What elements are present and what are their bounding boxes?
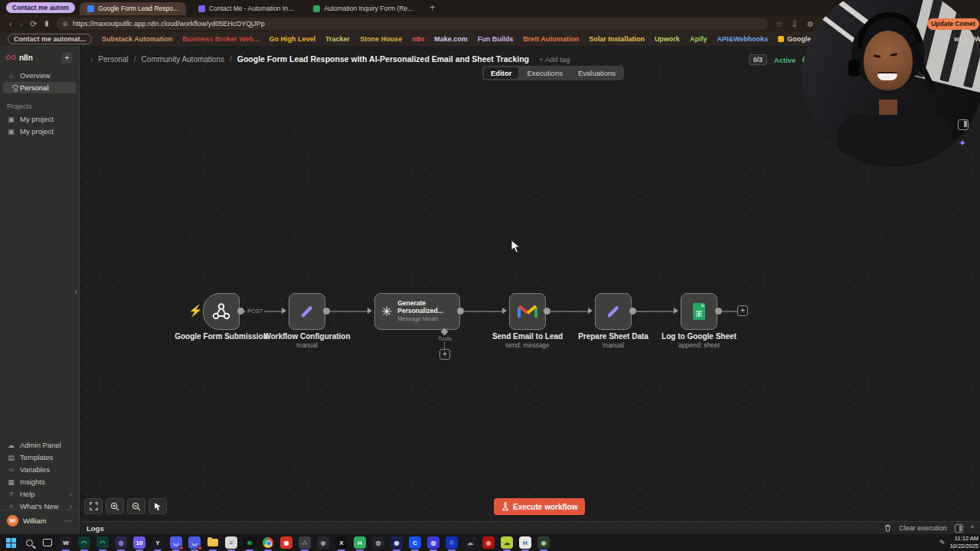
bookmark-item[interactable]: Brett Automation xyxy=(523,35,579,43)
forward-icon[interactable]: › xyxy=(20,20,23,28)
search-icon[interactable] xyxy=(23,536,35,549)
chrome[interactable] xyxy=(262,536,274,549)
breadcrumb-personal[interactable]: Personal xyxy=(98,55,128,64)
update-comet-button[interactable]: Update Comet xyxy=(927,18,979,30)
bookmark-item[interactable]: Go High Level xyxy=(270,35,316,43)
node-google-form-submission[interactable] xyxy=(203,293,240,330)
tab-group-pill[interactable]: Contact me autom xyxy=(6,2,75,13)
panel-toggle-icon[interactable] xyxy=(958,119,969,130)
bookmark-item[interactable]: Fun Builds xyxy=(478,35,514,43)
add-tag-button[interactable]: + Add tag xyxy=(539,55,570,64)
task-view-icon[interactable] xyxy=(41,536,54,549)
browser-tab-2[interactable]: Contact Me - Automation In... xyxy=(191,2,301,15)
output-connector[interactable] xyxy=(715,308,722,315)
sidebar-item-help[interactable]: ? Help › xyxy=(3,488,76,500)
app-dark-y[interactable]: Y xyxy=(152,536,164,549)
breadcrumb-folder[interactable]: Community Automations xyxy=(142,55,224,64)
node-prepare-sheet-data[interactable] xyxy=(595,293,632,330)
output-connector[interactable] xyxy=(457,308,464,315)
app-copyright[interactable]: © xyxy=(446,536,458,549)
app-teal-1[interactable]: ◠ xyxy=(78,536,90,549)
sidebar-item-project-1[interactable]: ▣ My project xyxy=(3,113,76,125)
back-chevron-icon[interactable]: ‹ xyxy=(90,55,93,64)
zoom-out-button[interactable] xyxy=(127,498,145,514)
output-connector[interactable] xyxy=(629,308,636,315)
app-blue-c[interactable]: C xyxy=(409,536,421,549)
add-node-button[interactable]: + xyxy=(737,305,748,316)
output-connector[interactable] xyxy=(544,308,550,315)
bookmark-item[interactable]: Contact me automat... xyxy=(8,34,92,44)
app-teal-2[interactable]: ◠ xyxy=(96,536,109,549)
system-clock[interactable]: ✎ 11:12 AM 10/22/2025 xyxy=(939,535,980,550)
app-green-h[interactable]: H xyxy=(354,536,366,549)
tab-executions[interactable]: Executions xyxy=(520,67,569,79)
clear-execution-button[interactable]: Clear execution xyxy=(899,524,947,532)
bookmark-item[interactable]: Business Broker Web... xyxy=(182,35,259,43)
doc-h[interactable]: H xyxy=(519,536,531,549)
open-logs-panel-icon[interactable] xyxy=(955,524,963,533)
app-green-sphere[interactable]: ◉ xyxy=(537,536,550,549)
file-explorer[interactable] xyxy=(207,536,219,549)
mic-icon[interactable] xyxy=(45,21,48,27)
spotify[interactable]: ≋ xyxy=(243,536,256,549)
bookmark-item[interactable]: API&Webhooks xyxy=(717,35,768,43)
bookmark-item[interactable]: Stone House xyxy=(360,35,402,43)
bookmark-item[interactable]: Upwork xyxy=(655,35,680,43)
tab-evaluations[interactable]: Evaluations xyxy=(571,67,622,79)
settings-sphere[interactable]: ◉ xyxy=(317,536,329,549)
node-generate-personalized[interactable]: ✳ Generate Personalized... Message Model xyxy=(374,293,460,330)
url-field[interactable]: ⊕ https://maxoutputllc.app.n8n.cloud/wor… xyxy=(56,18,768,30)
pointer-tool-button[interactable] xyxy=(149,498,167,514)
node-send-email-to-lead[interactable] xyxy=(509,293,546,330)
app-lime-cloud[interactable]: ☁ xyxy=(501,536,513,549)
sidebar-item-admin-panel[interactable]: ☁ Admin Panel xyxy=(3,439,76,451)
app-x[interactable]: X xyxy=(335,536,348,549)
add-tool-button[interactable]: + xyxy=(439,349,450,360)
bookmark-star-icon[interactable]: ☆ xyxy=(776,20,782,28)
app-red-dot[interactable]: ◉ xyxy=(482,536,495,549)
new-tab-button[interactable]: + xyxy=(425,2,439,13)
app-chat-1[interactable]: ◡ xyxy=(170,536,182,549)
reload-icon[interactable]: ⟳ xyxy=(30,20,37,28)
node-workflow-configuration[interactable] xyxy=(289,293,325,330)
ai-assistant-sparkle-icon[interactable]: ✦ xyxy=(959,138,966,148)
sidebar-item-personal[interactable]: Personal xyxy=(3,82,76,93)
sidebar-item-variables[interactable]: ‹› Variables xyxy=(3,464,76,475)
collapse-logs-icon[interactable]: ^ xyxy=(971,524,974,532)
app-purple-ring[interactable]: ◎ xyxy=(115,536,127,549)
app-red-chat[interactable]: ◉ xyxy=(280,536,292,549)
start-button[interactable] xyxy=(5,536,17,549)
bookmark-item[interactable]: n8n xyxy=(412,35,424,43)
sidebar-item-project-2[interactable]: ▣ My project xyxy=(3,126,76,137)
tab-editor[interactable]: Editor xyxy=(484,67,518,79)
output-connector[interactable] xyxy=(237,308,244,315)
app-notes[interactable]: ≡ xyxy=(225,536,237,549)
collapse-sidebar-icon[interactable]: ‹ xyxy=(75,288,77,296)
bookmark-item[interactable]: Substack Automation xyxy=(102,35,172,43)
workflow-title[interactable]: Google Form Lead Response with AI-Person… xyxy=(237,54,529,64)
user-menu-dots-icon[interactable]: ⋯ xyxy=(64,517,72,525)
extensions-icon[interactable]: ⚙ xyxy=(807,20,814,28)
bookmark-item[interactable]: Tracker xyxy=(325,35,350,43)
node-log-to-google-sheet[interactable] xyxy=(681,293,717,330)
sidebar-item-templates[interactable]: ▤ Templates xyxy=(3,452,76,463)
steam[interactable]: ◉ xyxy=(390,536,403,549)
app-dark-w[interactable]: W xyxy=(60,536,72,549)
browser-tab-active[interactable]: Google Form Lead Respo... xyxy=(80,2,186,15)
sidebar-item-insights[interactable]: ▦ Insights xyxy=(3,476,76,487)
user-menu[interactable]: Wi William ⋯ xyxy=(0,510,79,531)
zoom-to-fit-button[interactable] xyxy=(84,498,103,514)
app-indigo-o[interactable]: ◎ xyxy=(427,536,439,549)
app-gray-people[interactable]: ∴ xyxy=(299,536,311,549)
execute-workflow-button[interactable]: Execute workflow xyxy=(494,498,585,515)
sidebar-item-overview[interactable]: ⌂ Overview xyxy=(3,70,76,81)
app-dark-ring[interactable]: ◎ xyxy=(372,536,384,549)
bookmark-item[interactable]: Apify xyxy=(690,35,707,43)
app-violet-10[interactable]: 10 xyxy=(133,536,145,549)
bookmark-item[interactable]: Make.com xyxy=(434,35,468,43)
app-chat-2[interactable]: ◡ xyxy=(188,536,201,549)
browser-tab-3[interactable]: Automation Inquiry Form (Re... xyxy=(305,2,420,15)
add-workflow-button[interactable]: + xyxy=(61,52,73,64)
logs-bar[interactable]: Logs Clear execution ^ xyxy=(80,521,980,534)
app-dark-cloud[interactable]: ☁ xyxy=(464,536,476,549)
